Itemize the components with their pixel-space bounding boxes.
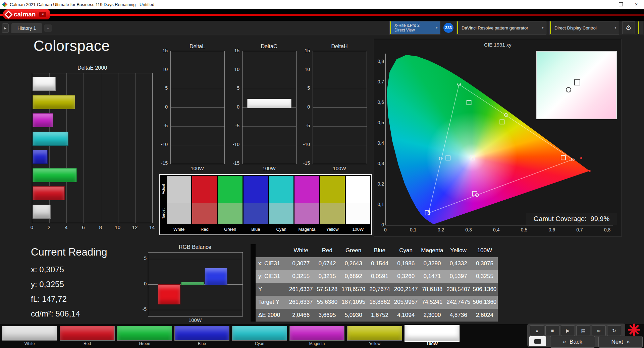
expand-panel-button[interactable]: ▶ bbox=[2, 23, 9, 33]
pattern-cyan-button[interactable]: Cyan bbox=[232, 324, 287, 348]
column-header-yellow: Yellow bbox=[445, 244, 472, 257]
deltae-bar-white bbox=[33, 205, 51, 219]
swatch-100w bbox=[346, 176, 370, 224]
pattern-green-button[interactable]: Green bbox=[117, 324, 172, 348]
pattern-magenta-button[interactable]: Magenta bbox=[289, 324, 344, 348]
gridline bbox=[313, 89, 367, 89]
eject-button[interactable]: ▲ bbox=[530, 325, 544, 336]
axis-tick-label: 6 bbox=[78, 224, 88, 230]
play-button[interactable]: ▶ bbox=[561, 325, 575, 336]
axis-tick-label: -15 bbox=[156, 160, 168, 166]
gridline bbox=[243, 145, 296, 145]
deltae-bar-green bbox=[33, 168, 77, 182]
pattern-blue-button[interactable]: Blue bbox=[174, 324, 229, 348]
chevron-down-icon: ▼ bbox=[435, 26, 438, 29]
pattern-yellow-button[interactable]: Yellow bbox=[347, 324, 402, 348]
axis-tick-label: 5 bbox=[135, 256, 147, 261]
status-stripe bbox=[390, 21, 391, 34]
axis-tick-label: 0,2 bbox=[375, 181, 384, 187]
chart-title-deltal: DeltaL bbox=[170, 44, 224, 50]
axis-tick-label: 0 bbox=[299, 104, 310, 110]
table-cell: 1,6752 bbox=[367, 309, 393, 322]
swatch-label: Cyan bbox=[269, 225, 293, 234]
tab-history-1[interactable]: History 1 bbox=[11, 23, 42, 33]
gridline bbox=[148, 259, 243, 259]
display-icon bbox=[534, 339, 541, 344]
table-cell: 57,5128 bbox=[314, 283, 340, 296]
table-cell: 2,6024 bbox=[472, 309, 498, 322]
window-controls: — × bbox=[598, 0, 644, 9]
gridline bbox=[313, 108, 367, 108]
gridline bbox=[171, 89, 224, 89]
pattern-white-button[interactable]: White bbox=[2, 324, 57, 348]
gamut-coverage-label: Gamut Coverage: bbox=[534, 215, 587, 223]
stop-button[interactable]: ■ bbox=[545, 325, 559, 336]
rgb-bar-green bbox=[181, 282, 204, 285]
chart-title-cie: CIE 1931 xy bbox=[374, 42, 622, 48]
target-swatch bbox=[320, 203, 345, 224]
refresh-button[interactable]: ↻ bbox=[607, 325, 621, 336]
table-cell: 0,1471 bbox=[419, 270, 445, 283]
table-cell: 4,1094 bbox=[393, 309, 419, 322]
axis-tick-label: 10 bbox=[299, 67, 310, 72]
gear-icon: ⚙ bbox=[626, 24, 632, 32]
link-button[interactable]: ∞ bbox=[592, 325, 606, 336]
row-label: Target Y bbox=[256, 296, 288, 309]
row-indicator bbox=[251, 296, 256, 309]
alert-asterisk-icon[interactable] bbox=[628, 324, 640, 336]
swatch-green bbox=[218, 176, 243, 224]
cie-chart-panel: CIE 1931 xy Gamut Coverage: 99,9% 00,10,… bbox=[374, 39, 622, 236]
pattern-label: Cyan bbox=[232, 341, 287, 346]
target-marker-red bbox=[561, 155, 566, 160]
add-tab-button[interactable]: + bbox=[44, 24, 52, 32]
settings-button[interactable]: ⚙ bbox=[622, 21, 635, 34]
back-button[interactable]: « Back bbox=[550, 336, 595, 348]
display-control-dropdown[interactable]: Direct Display Control ▼ bbox=[549, 21, 619, 34]
table-cell: 187,1095 bbox=[340, 296, 367, 309]
target-swatch bbox=[192, 203, 217, 224]
meter-dropdown[interactable]: X-Rite i1Pro 2 Direct View ▼ bbox=[389, 21, 440, 34]
save-button[interactable]: ▤ bbox=[576, 325, 590, 336]
pattern-color bbox=[232, 326, 287, 341]
gridline bbox=[118, 73, 118, 223]
minimize-button[interactable]: — bbox=[598, 0, 613, 9]
swatch-blue bbox=[244, 176, 268, 224]
column-header-green: Green bbox=[340, 244, 367, 257]
axis-tick-label: -5 bbox=[228, 123, 239, 128]
axis-tick-label: 0,5 bbox=[519, 227, 529, 232]
next-label: Next bbox=[611, 339, 623, 345]
window-title: Calman 2021 Calman Ultimate for Business… bbox=[10, 2, 154, 7]
table-cell: 5,0930 bbox=[340, 309, 367, 322]
pattern-generator-label: DaVinci Resolve pattern generator bbox=[462, 25, 528, 30]
gridline bbox=[171, 145, 224, 145]
row-label: ΔE 2000 bbox=[256, 309, 288, 322]
swatch-white bbox=[167, 176, 191, 224]
pattern-label: Blue bbox=[174, 341, 229, 346]
row-label: Target bbox=[160, 203, 167, 224]
pattern-label: Green bbox=[117, 341, 172, 346]
maximize-button[interactable] bbox=[613, 0, 629, 9]
table-cell: 0,4332 bbox=[445, 257, 472, 270]
deltae-bar-magenta bbox=[33, 113, 53, 127]
target-swatch bbox=[294, 203, 319, 224]
pattern-color bbox=[289, 326, 344, 341]
close-button[interactable]: × bbox=[629, 0, 644, 9]
gridline bbox=[148, 310, 243, 310]
reading-value: fL: 147,72 bbox=[31, 292, 107, 306]
pattern-100w-button[interactable]: 100W bbox=[405, 324, 460, 348]
next-button[interactable]: Next » bbox=[598, 336, 643, 348]
table-cell: 0,3255 bbox=[288, 270, 314, 283]
pattern-generator-dropdown[interactable]: DaVinci Resolve pattern generator ▼ bbox=[457, 21, 546, 34]
calman-logo-menu[interactable]: calman ▼ bbox=[3, 9, 50, 19]
logo-text: calman bbox=[14, 11, 36, 18]
gridline bbox=[171, 70, 224, 70]
table-cell: 3,6695 bbox=[314, 309, 340, 322]
table-cell: 0,1544 bbox=[367, 257, 393, 270]
row-indicator bbox=[251, 309, 256, 322]
swatch-label: 100W bbox=[346, 225, 370, 234]
row-label: x: CIE31 bbox=[256, 257, 288, 270]
pattern-red-button[interactable]: Red bbox=[60, 324, 115, 348]
axis-tick-label: 5 bbox=[228, 85, 239, 91]
display-pattern-button[interactable] bbox=[529, 336, 546, 346]
whitepoint-measured-marker bbox=[566, 87, 571, 92]
